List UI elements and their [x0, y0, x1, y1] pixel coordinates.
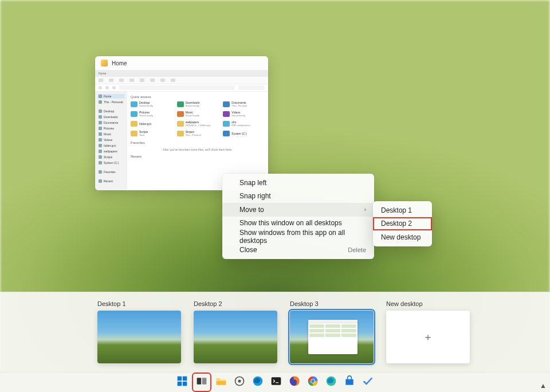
quick-access-item[interactable]: ScriptsThis - Personal: [177, 130, 219, 136]
taskbar-task-view-button[interactable]: [194, 374, 210, 390]
quick-access-item[interactable]: DocumentsThis - Personal: [223, 101, 265, 107]
plus-icon: ＋: [423, 330, 433, 344]
menu-item-show-this-window-on-all-desktops[interactable]: Show this window on all desktops: [222, 217, 374, 230]
quick-access-item[interactable]: MusicStored locally: [177, 111, 219, 117]
quick-access-item[interactable]: System (C:): [223, 130, 265, 136]
taskbar-settings-button[interactable]: [233, 375, 246, 389]
sidebar-item-label: Desktop: [104, 109, 114, 113]
sidebar-item[interactable]: wallpapers: [97, 149, 125, 154]
sidebar-item[interactable]: Recent: [97, 179, 125, 183]
submenu-item-label: Desktop 1: [381, 206, 412, 214]
sidebar-item[interactable]: Music: [97, 132, 125, 136]
menu-item-show-windows-from-this-app-on-all-desktops[interactable]: Show windows from this app on all deskto…: [222, 230, 374, 244]
taskbar-edge-dev-button[interactable]: [324, 375, 338, 389]
menu-item-label: Snap left: [239, 179, 266, 187]
virtual-desktop-desktop-1[interactable]: Desktop 1: [97, 300, 181, 363]
tab-home[interactable]: Home: [99, 72, 106, 75]
new-desktop-thumbnail[interactable]: ＋: [386, 311, 470, 363]
submenu-item-new-desktop[interactable]: New desktop: [373, 230, 432, 244]
tray-overflow-icon[interactable]: ▲: [540, 382, 548, 390]
quick-access-item[interactable]: PicturesStored locally: [131, 111, 172, 117]
menu-item-label: Snap right: [239, 192, 271, 200]
desktop-thumbnail[interactable]: [290, 311, 374, 363]
folder-icon: [99, 115, 102, 119]
section-recent: Recent: [131, 155, 265, 158]
quick-access-item[interactable]: VideosStored locally: [223, 111, 265, 117]
sidebar-item[interactable]: Pictures: [97, 126, 125, 131]
sidebar-item[interactable]: Documents: [97, 120, 125, 125]
window-titlebar[interactable]: Home: [95, 56, 268, 70]
window-tabs[interactable]: Home: [95, 70, 268, 77]
desktop-thumbnail[interactable]: [194, 311, 277, 363]
folder-icon: [131, 131, 138, 136]
window-toolbar[interactable]: [95, 77, 268, 84]
item-subtitle: Stored locally: [139, 114, 153, 117]
submenu-item-desktop-1[interactable]: Desktop 1: [373, 203, 432, 217]
folder-icon: [99, 150, 102, 153]
sidebar-item-label: System (C:): [104, 161, 119, 164]
submenu-item-desktop-2[interactable]: Desktop 2: [373, 217, 432, 231]
quick-access-item[interactable]: wallpapers2023-04-0... | folders.gcc: [177, 120, 219, 127]
sidebar-item-label: Recent: [104, 179, 113, 183]
quick-access-item[interactable]: obsOBS configuration: [223, 120, 265, 127]
settings-icon: [234, 375, 245, 389]
folder-icon: [99, 132, 102, 136]
quick-access-item[interactable]: DesktopStored locally: [131, 101, 172, 107]
sidebar-item[interactable]: Downloads: [97, 115, 125, 119]
taskbar-edge-button[interactable]: [251, 375, 265, 389]
folder-icon: [99, 179, 102, 183]
addressbar-row: [95, 84, 268, 92]
item-subtitle: Stored locally: [231, 114, 245, 117]
window-thumbnail-home[interactable]: Home Home HomeThis - PersonalDesktopDown…: [95, 56, 268, 190]
address-bar[interactable]: [119, 85, 235, 90]
folder-icon: [223, 131, 230, 136]
nav-up-icon[interactable]: [112, 86, 116, 89]
nav-forward-icon[interactable]: [105, 86, 109, 89]
folder-icon: [99, 170, 102, 174]
sidebar-item[interactable]: Scripts: [97, 155, 125, 159]
sidebar-item[interactable]: Videos: [97, 138, 125, 142]
quick-access-item[interactable]: ScriptsTools: [131, 130, 172, 136]
svg-rect-3: [183, 382, 187, 386]
nav-sidebar[interactable]: HomeThis - PersonalDesktopDownloadsDocum…: [95, 92, 127, 190]
sidebar-item-label: Videos: [104, 138, 112, 142]
menu-item-close[interactable]: CloseDelete: [222, 244, 374, 257]
menu-item-move-to[interactable]: Move to›: [222, 203, 374, 217]
virtual-desktop-desktop-2[interactable]: Desktop 2: [194, 300, 277, 363]
sidebar-item-label: Documents: [104, 121, 118, 124]
menu-item-snap-right[interactable]: Snap right: [222, 190, 374, 203]
sidebar-item-label: Downloads: [104, 115, 118, 119]
item-subtitle: Tools: [139, 134, 148, 136]
taskbar-file-explorer-button[interactable]: [214, 375, 228, 389]
sidebar-item[interactable]: Desktop: [97, 109, 125, 113]
nav-back-icon[interactable]: [99, 86, 102, 89]
sidebar-item[interactable]: System (C:): [97, 160, 125, 165]
item-subtitle: Stored locally: [186, 104, 200, 107]
taskbar-todo-button[interactable]: [361, 375, 375, 389]
folder-icon: [99, 138, 102, 142]
sidebar-item[interactable]: Home: [97, 94, 125, 99]
folder-icon: [99, 161, 102, 164]
virtual-desktop-desktop-3[interactable]: Desktop 3: [290, 300, 374, 363]
chrome-icon: [307, 375, 319, 389]
sidebar-item[interactable]: Favorites: [97, 170, 125, 174]
menu-item-snap-left[interactable]: Snap left: [222, 176, 374, 190]
taskbar-terminal-button[interactable]: [269, 375, 283, 389]
quick-access-item[interactable]: folder.gcc: [131, 120, 172, 127]
folder-icon: [131, 101, 138, 107]
sidebar-item[interactable]: This - Personal: [97, 100, 125, 104]
desktop-name: Desktop 3: [290, 300, 374, 307]
new-desktop[interactable]: New desktop＋: [386, 300, 470, 363]
sidebar-item[interactable]: folder.gcc: [97, 143, 125, 148]
folder-icon: [101, 60, 108, 66]
svg-rect-1: [183, 377, 187, 381]
quick-access-item[interactable]: DownloadsStored locally: [177, 101, 219, 107]
taskbar-firefox-button[interactable]: [288, 375, 301, 389]
file-explorer-icon: [215, 375, 227, 389]
search-input[interactable]: [238, 85, 265, 90]
desktop-thumbnail[interactable]: [97, 311, 181, 363]
taskbar-chrome-button[interactable]: [306, 375, 320, 389]
svg-rect-4: [197, 378, 202, 385]
taskbar-start-button[interactable]: [175, 375, 189, 389]
taskbar-store-button[interactable]: [343, 375, 356, 389]
